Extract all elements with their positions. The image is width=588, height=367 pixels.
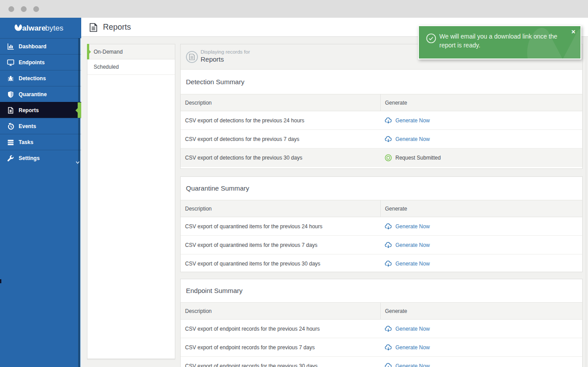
svg-text:alware: alware bbox=[22, 24, 46, 32]
svg-text:bytes: bytes bbox=[45, 24, 63, 32]
